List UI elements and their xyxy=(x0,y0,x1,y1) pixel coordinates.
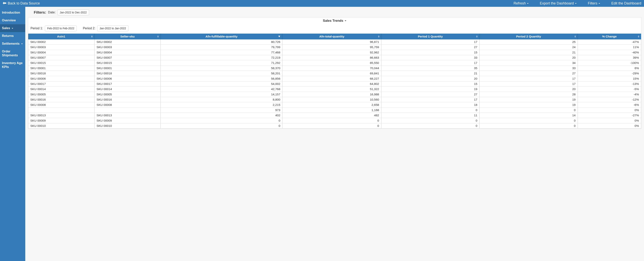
table-row: SKU 00008SKU 000082,2152,6581819-6% xyxy=(28,102,641,108)
table-cell: 64,802 xyxy=(282,81,381,87)
topbar: Back to Data Source Refresh Export the D… xyxy=(0,0,644,7)
table-cell: -100% xyxy=(578,60,641,66)
table-cell: 19 xyxy=(381,87,480,92)
sidebar-item-settlements[interactable]: Settlements xyxy=(0,40,25,47)
table-cell: 19 xyxy=(480,97,578,102)
column-header-period-1-quantity[interactable]: Period 1 Quantity xyxy=(381,34,480,39)
table-cell xyxy=(28,108,94,113)
filters-bar: Filters: Date: Jan-2022 to Dec-2022 xyxy=(27,8,642,17)
sidebar-item-returns[interactable]: Returns xyxy=(0,32,25,40)
column-header-afn-total-quantity[interactable]: Afn-total-quantity xyxy=(282,34,381,39)
table-cell: SKU 00004 xyxy=(28,50,94,55)
table-cell: 85,550 xyxy=(282,60,381,66)
panel-title-dropdown[interactable]: Sales Trends xyxy=(28,17,641,24)
column-header-afn-fulfillable-quantity[interactable]: Afn-fulfillable-quantity xyxy=(160,34,282,39)
table-cell: 33 xyxy=(480,66,578,71)
table-cell: SKU 00009 xyxy=(28,118,94,123)
table-row: 9731,168000% xyxy=(28,108,641,113)
table-row: SKU 00004SKU 0000477,46892,9621521-40% xyxy=(28,50,641,55)
table-cell: 15 xyxy=(381,50,480,55)
filters-label: Filters: xyxy=(34,10,46,14)
column-header-asin1[interactable]: Asin1 xyxy=(28,34,94,39)
sidebar-item-inventory-age-kpis[interactable]: Inventory Age KPIs xyxy=(0,59,25,71)
sort-desc-icon xyxy=(278,36,280,37)
table-cell xyxy=(94,108,161,113)
sidebar-item-order-shipments[interactable]: Order Shipments xyxy=(0,47,25,59)
table-cell: -5% xyxy=(578,87,641,92)
table-cell: 2,658 xyxy=(282,102,381,108)
table-cell: 25 xyxy=(480,39,578,45)
sales-trends-table: Asin1Seller-skuAfn-fulfillable-quantityA… xyxy=(28,34,641,129)
column-header--change[interactable]: % Change xyxy=(578,34,641,39)
table-cell: 21 xyxy=(381,71,480,76)
table-row: SKU 00005SKU 0000514,15716,9882728-4% xyxy=(28,92,641,97)
period1-chip[interactable]: Feb-2022 to Feb-2022 xyxy=(45,25,76,31)
table-cell: 15% xyxy=(578,76,641,81)
table-cell: -29% xyxy=(578,71,641,76)
sidebar-item-label: Settlements xyxy=(2,42,20,45)
table-cell: SKU 00004 xyxy=(94,50,161,55)
table-row: SKU 00007SKU 0000772,21986,663332039% xyxy=(28,55,641,60)
top-actions: Refresh Export the Dashboard Filters Edi… xyxy=(514,1,641,5)
refresh-button[interactable]: Refresh xyxy=(514,1,528,5)
back-to-data-source-link[interactable]: Back to Data Source xyxy=(3,1,40,5)
table-cell: 58,370 xyxy=(160,66,282,71)
edit-dashboard-button[interactable]: Edit the Dashboard xyxy=(611,1,641,5)
column-header-label: Afn-total-quantity xyxy=(319,35,344,38)
table-cell: 79,799 xyxy=(160,45,282,50)
table-cell: SKU 00017 xyxy=(94,81,161,87)
sort-icon xyxy=(91,35,93,38)
table-cell: 0 xyxy=(282,123,381,129)
sidebar-item-label: Sales xyxy=(2,26,10,30)
sidebar-item-sales[interactable]: Sales xyxy=(0,24,25,32)
table-cell: 28 xyxy=(480,92,578,97)
sort-icon xyxy=(157,35,159,38)
table-cell: 11 xyxy=(381,113,480,118)
column-header-seller-sku[interactable]: Seller-sku xyxy=(94,34,161,39)
table-cell: 16,988 xyxy=(282,92,381,97)
table-row: SKU 00018SKU 0001858,20169,8412127-29% xyxy=(28,71,641,76)
table-cell: -27% xyxy=(578,113,641,118)
table-cell: 14,157 xyxy=(160,92,282,97)
sidebar-item-overview[interactable]: Overview xyxy=(0,16,25,24)
table-cell: 27 xyxy=(480,71,578,76)
date-filter-chip[interactable]: Jan-2022 to Dec-2022 xyxy=(58,9,89,15)
table-cell: 0 xyxy=(480,123,578,129)
arrow-left-icon xyxy=(3,1,6,5)
table-cell: 0 xyxy=(381,123,480,129)
table-cell: 24 xyxy=(480,45,578,50)
table-cell: 0% xyxy=(578,123,641,129)
refresh-label: Refresh xyxy=(514,1,526,5)
table-cell: 0% xyxy=(578,108,641,113)
table-cell: 21 xyxy=(480,50,578,55)
sidebar-item-label: Order Shipments xyxy=(2,50,18,57)
table-cell: 402 xyxy=(160,113,282,118)
table-cell: -12% xyxy=(578,97,641,102)
edit-label: Edit the Dashboard xyxy=(611,1,641,5)
table-cell: 86,663 xyxy=(282,55,381,60)
column-header-period-2-quantity[interactable]: Period 2 Quantity xyxy=(480,34,578,39)
table-cell: 0 xyxy=(160,118,282,123)
sidebar-item-introduction[interactable]: Introduction xyxy=(0,9,25,16)
table-cell: SKU 00009 xyxy=(94,118,161,123)
table-cell: 54,002 xyxy=(160,81,282,87)
main-content: Filters: Date: Jan-2022 to Dec-2022 Sale… xyxy=(25,7,644,261)
table-cell: 68,227 xyxy=(282,76,381,81)
export-dashboard-button[interactable]: Export the Dashboard xyxy=(540,1,576,5)
period2-chip[interactable]: Jan-2022 to Jan-2022 xyxy=(97,25,128,31)
table-cell: 51,322 xyxy=(282,87,381,92)
table-cell: -13% xyxy=(578,81,641,87)
filters-button[interactable]: Filters xyxy=(588,1,600,5)
table-cell: SKU 00007 xyxy=(28,55,94,60)
column-header-label: % Change xyxy=(602,35,616,38)
table-row: SKU 00010SKU 0001000000% xyxy=(28,123,641,129)
table-row: SKU 00009SKU 0000900000% xyxy=(28,118,641,123)
table-cell: SKU 00018 xyxy=(28,71,94,76)
sort-icon xyxy=(476,35,478,38)
table-cell: SKU 00010 xyxy=(94,123,161,129)
table-cell: SKU 00016 xyxy=(94,97,161,102)
back-label: Back to Data Source xyxy=(8,1,40,5)
table-cell: SKU 00017 xyxy=(28,81,94,87)
table-cell: 15 xyxy=(381,81,480,87)
table-cell: SKU 00010 xyxy=(28,123,94,129)
